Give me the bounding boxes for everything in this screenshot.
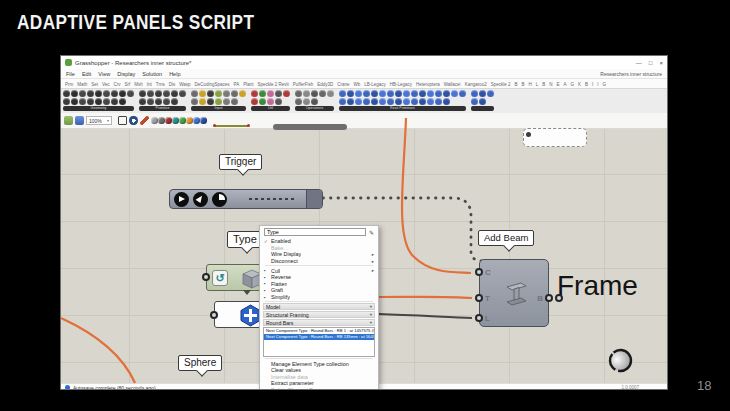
preview-sphere-icon[interactable] — [186, 117, 193, 124]
toolbar-icon[interactable] — [231, 90, 238, 97]
context-menu-item[interactable]: ▪ Reverse ▸ — [260, 274, 378, 281]
category-tab[interactable]: G — [603, 82, 607, 87]
trigger-component[interactable] — [169, 189, 323, 209]
toolbar-icon[interactable] — [155, 98, 162, 105]
toolbar-icon[interactable] — [87, 98, 94, 105]
preview-sphere-icon[interactable] — [165, 117, 172, 124]
toolbar-icon[interactable] — [395, 98, 402, 105]
preview-sphere-icon[interactable] — [172, 117, 179, 124]
category-tab[interactable]: Crane — [337, 82, 349, 87]
menu-item[interactable]: Edit — [82, 71, 91, 77]
category-tab[interactable]: Speckle 2 Revit — [258, 82, 289, 87]
toolbar-icon[interactable] — [443, 90, 450, 97]
close-button[interactable]: × — [659, 60, 663, 66]
collection-header[interactable]: Model ▾ — [263, 303, 375, 310]
toolbar-icon[interactable] — [251, 98, 258, 105]
toolbar-icon[interactable] — [155, 90, 162, 97]
menu-item[interactable]: Help — [169, 71, 180, 77]
toolbar-icon[interactable] — [339, 98, 346, 105]
toolbar-icon[interactable] — [303, 90, 310, 97]
edit-pencil-icon[interactable]: ✎ — [369, 229, 374, 236]
toolbar-icon[interactable] — [471, 98, 478, 105]
category-tab[interactable]: Dis — [169, 82, 176, 87]
toolbar-icon[interactable] — [119, 90, 126, 97]
toolbar-icon[interactable] — [295, 90, 302, 97]
category-tab[interactable]: I — [592, 82, 593, 87]
category-tab[interactable]: B — [521, 82, 524, 87]
port-input-l[interactable]: L — [485, 314, 490, 323]
category-tab[interactable]: B — [585, 82, 588, 87]
toolbar-icon[interactable] — [487, 90, 494, 97]
output-grip-b[interactable] — [545, 294, 553, 302]
category-tab[interactable]: Set — [91, 82, 98, 87]
toolbar-icon[interactable] — [379, 98, 386, 105]
toolbar-icon[interactable] — [363, 90, 370, 97]
toolbar-icon[interactable] — [179, 90, 186, 97]
category-tab[interactable]: G — [571, 82, 575, 87]
port-input-c[interactable]: C — [485, 268, 491, 277]
category-tab[interactable]: B — [514, 82, 517, 87]
toolbar-icon[interactable] — [111, 98, 118, 105]
toolbar-group-label[interactable]: Util — [251, 106, 290, 111]
toolbar-icon[interactable] — [215, 90, 222, 97]
toolbar-icon[interactable] — [171, 90, 178, 97]
input-grip-l[interactable] — [475, 314, 483, 322]
category-tab[interactable]: HB-Legacy — [390, 82, 412, 87]
toolbar-icon[interactable] — [319, 90, 326, 97]
timer-pie-icon[interactable] — [212, 192, 227, 207]
input-grip[interactable] — [202, 273, 210, 281]
toolbar-icon[interactable] — [403, 98, 410, 105]
toolbar-icon[interactable] — [71, 90, 78, 97]
port-input-t[interactable]: T — [485, 294, 490, 303]
open-file-icon[interactable] — [64, 116, 73, 125]
toolbar-icon[interactable] — [411, 98, 418, 105]
preview-eye-icon[interactable] — [129, 116, 138, 125]
toolbar-icon[interactable] — [275, 90, 282, 97]
toolbar-icon[interactable] — [275, 98, 282, 105]
toolbar-icon[interactable] — [163, 98, 170, 105]
type-list-item[interactable]: Next Component Type : Round Bars : RB 13… — [264, 334, 374, 340]
toolbar-icon[interactable] — [87, 90, 94, 97]
toolbar-icon[interactable] — [443, 98, 450, 105]
param-name-input[interactable] — [264, 228, 366, 236]
toolbar-icon[interactable] — [95, 98, 102, 105]
toolbar-icon[interactable] — [295, 98, 302, 105]
preview-sphere-icon[interactable] — [151, 117, 158, 124]
toolbar-icon[interactable] — [215, 98, 222, 105]
label-bubble-type[interactable]: Type — [227, 231, 263, 248]
category-tab[interactable]: I — [597, 82, 598, 87]
toolbar-icon[interactable] — [63, 98, 70, 105]
category-tab[interactable]: L — [536, 82, 539, 87]
toolbar-icon[interactable] — [79, 98, 86, 105]
menu-item[interactable]: Display — [117, 71, 135, 77]
toolbar-icon[interactable] — [479, 98, 486, 105]
context-menu-item[interactable]: ✓ Enabled ▸ — [260, 238, 378, 245]
toolbar-icon[interactable] — [327, 90, 334, 97]
context-menu-item[interactable]: Bake… ▸ — [260, 245, 378, 252]
collection-header[interactable]: Structural Framing ▾ — [263, 311, 375, 318]
context-menu-item[interactable]: Extract parameter ▸ — [260, 380, 378, 387]
toolbar-icon[interactable] — [251, 90, 258, 97]
toolbar-group-label[interactable]: Revit Primitives — [339, 106, 466, 111]
toolbar-icon[interactable] — [411, 90, 418, 97]
category-tab[interactable]: Crv — [114, 82, 121, 87]
toolbar-icon[interactable] — [199, 98, 206, 105]
category-tab[interactable]: DeCodingSpaces — [195, 82, 230, 87]
menu-item[interactable]: File — [66, 71, 75, 77]
toolbar-group-label[interactable]: Geometry — [63, 106, 134, 111]
label-bubble-add-beam[interactable]: Add Beam — [478, 230, 534, 246]
toolbar-icon[interactable] — [207, 90, 214, 97]
toolbar-icon[interactable] — [191, 98, 198, 105]
category-tab[interactable]: Kangaroo2 — [465, 82, 487, 87]
toolbar-icon[interactable] — [347, 90, 354, 97]
toolbar-icon[interactable] — [427, 98, 434, 105]
preview-sphere-icon[interactable] — [179, 117, 186, 124]
toolbar-icon[interactable] — [371, 98, 378, 105]
toolbar-icon[interactable] — [419, 98, 426, 105]
context-menu-item[interactable]: ▪ Cull ▸ — [260, 267, 378, 274]
toolbar-icon[interactable] — [259, 90, 266, 97]
category-tab[interactable]: A — [564, 82, 567, 87]
category-tab[interactable]: Wasp — [179, 82, 190, 87]
toolbar-group-label[interactable]: Input — [191, 106, 246, 111]
toolbar-group-label[interactable] — [471, 106, 494, 111]
